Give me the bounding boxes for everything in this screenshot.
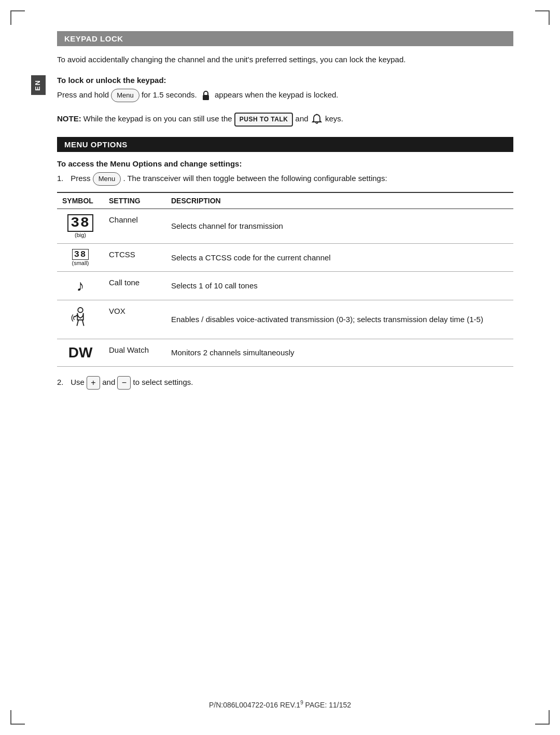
symbol-label-small: (small) <box>62 260 99 266</box>
lock-instruction: Press and hold Menu for 1.5 seconds. app… <box>57 89 513 102</box>
settings-table: SYMBOL SETTING DESCRIPTION 38 (big) Chan… <box>57 192 513 367</box>
desc-cell-dualwatch: Monitors 2 channels simultaneously <box>166 339 513 367</box>
col-setting: SETTING <box>104 192 166 209</box>
lock-icon <box>201 90 211 101</box>
en-tab-label: EN <box>34 79 41 91</box>
alert-bell-icon <box>312 114 322 126</box>
table-row: 38 (small) CTCSS Selects a CTCSS code fo… <box>57 244 513 272</box>
menu-key-button-step1: Menu <box>93 172 121 186</box>
table-row: DW Dual Watch Monitors 2 channels simult… <box>57 339 513 367</box>
setting-cell-dualwatch: Dual Watch <box>104 339 166 367</box>
table-header-row: SYMBOL SETTING DESCRIPTION <box>57 192 513 209</box>
page-footer: P/N:086L004722-016 REV.19 PAGE: 11/152 <box>0 700 560 709</box>
keypad-lock-intro: To avoid accidentally changing the chann… <box>57 53 513 65</box>
menu-options-header: MENU OPTIONS <box>57 137 513 152</box>
step-1: 1. Press Menu . The transceiver will the… <box>57 172 513 186</box>
menu-options-section: MENU OPTIONS To access the Menu Options … <box>57 137 513 390</box>
vox-person-icon <box>71 306 90 330</box>
push-to-talk-button: PUSH TO TALK <box>234 113 293 127</box>
channel-digit-symbol: 38 <box>62 214 99 232</box>
table-row: ♪ Call tone Selects 1 of 10 call tones <box>57 272 513 300</box>
menu-key-button: Menu <box>111 89 139 102</box>
desc-cell-vox: Enables / disables voice-activated trans… <box>166 300 513 339</box>
step-1-number: 1. <box>57 172 68 184</box>
symbol-cell-dualwatch: DW <box>57 339 104 367</box>
minus-button[interactable]: − <box>117 376 131 390</box>
footnote-superscript: 9 <box>300 700 303 705</box>
keypad-lock-header: KEYPAD LOCK <box>57 31 513 46</box>
table-row: 38 (big) Channel Selects channel for tra… <box>57 209 513 244</box>
corner-mark-tl <box>10 10 25 25</box>
ctcss-digit-symbol: 38 <box>62 249 99 260</box>
col-symbol: SYMBOL <box>57 192 104 209</box>
col-description: DESCRIPTION <box>166 192 513 209</box>
dw-symbol-icon: DW <box>68 344 93 360</box>
step-2-number: 2. <box>57 378 68 386</box>
symbol-cell-vox <box>57 300 104 339</box>
note-block: NOTE: While the keypad is on you can sti… <box>57 113 513 127</box>
setting-cell-ctcss: CTCSS <box>104 244 166 272</box>
svg-rect-0 <box>203 95 209 100</box>
svg-point-2 <box>78 308 83 313</box>
step-2-block: 2. Use + and − to select settings. <box>57 376 513 390</box>
note-label: NOTE: <box>57 115 83 123</box>
svg-line-3 <box>77 320 78 326</box>
setting-cell-calltone: Call tone <box>104 272 166 300</box>
corner-mark-bl <box>10 710 25 725</box>
symbol-cell-ctcss: 38 (small) <box>57 244 104 272</box>
corner-mark-br <box>535 710 550 725</box>
en-language-tab: EN <box>31 75 46 95</box>
setting-cell-vox: VOX <box>104 300 166 339</box>
symbol-label-big: (big) <box>62 232 99 238</box>
desc-cell-calltone: Selects 1 of 10 call tones <box>166 272 513 300</box>
svg-line-4 <box>82 320 84 326</box>
lock-unlock-heading: To lock or unlock the keypad: <box>57 76 513 85</box>
desc-cell-channel: Selects channel for transmission <box>166 209 513 244</box>
keypad-lock-section: KEYPAD LOCK To avoid accidentally changi… <box>57 31 513 127</box>
symbol-cell-channel: 38 (big) <box>57 209 104 244</box>
plus-button[interactable]: + <box>87 376 100 390</box>
page: EN KEYPAD LOCK To avoid accidentally cha… <box>0 0 560 735</box>
desc-cell-ctcss: Selects a CTCSS code for the current cha… <box>166 244 513 272</box>
corner-mark-tr <box>535 10 550 25</box>
music-note-icon: ♪ <box>77 277 85 294</box>
symbol-cell-calltone: ♪ <box>57 272 104 300</box>
table-row: VOX Enables / disables voice-activated t… <box>57 300 513 339</box>
setting-cell-channel: Channel <box>104 209 166 244</box>
menu-access-heading: To access the Menu Options and change se… <box>57 159 513 168</box>
menu-steps-list: 1. Press Menu . The transceiver will the… <box>57 172 513 186</box>
